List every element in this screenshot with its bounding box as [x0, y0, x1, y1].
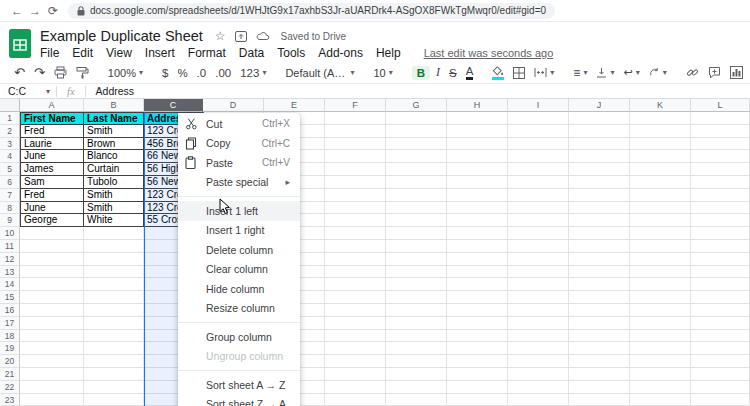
cell-L7[interactable]: [691, 189, 750, 202]
row-header-8[interactable]: 8: [0, 202, 20, 215]
cell-B13[interactable]: [84, 266, 144, 279]
merge-cells-button[interactable]: ▾: [534, 67, 554, 78]
cell-B3[interactable]: Brown: [84, 138, 144, 151]
cell-L11[interactable]: [691, 240, 750, 253]
cell-K13[interactable]: [630, 266, 691, 279]
cell-A20[interactable]: [20, 355, 84, 368]
cell-H10[interactable]: [447, 227, 508, 240]
cell-J21[interactable]: [569, 368, 630, 381]
undo-icon[interactable]: ↶: [14, 65, 25, 80]
cell-G4[interactable]: [386, 150, 447, 163]
cell-K23[interactable]: [630, 394, 691, 406]
cell-H8[interactable]: [447, 202, 508, 215]
increase-decimal-button[interactable]: .00: [215, 67, 231, 79]
cell-H2[interactable]: [447, 125, 508, 138]
select-all-corner[interactable]: [0, 99, 20, 112]
cell-K2[interactable]: [630, 125, 691, 138]
cell-J18[interactable]: [569, 330, 630, 343]
cell-I9[interactable]: [508, 214, 569, 227]
cell-F5[interactable]: [325, 163, 386, 176]
row-header-22[interactable]: 22: [0, 381, 20, 394]
document-title[interactable]: Example Duplicate Sheet: [40, 28, 203, 44]
cell-B14[interactable]: [84, 278, 144, 291]
cell-A5[interactable]: James: [20, 163, 84, 176]
menu-edit[interactable]: Edit: [72, 46, 93, 60]
cell-B23[interactable]: [84, 394, 144, 406]
cell-F16[interactable]: [325, 304, 386, 317]
row-header-9[interactable]: 9: [0, 214, 20, 227]
cell-I15[interactable]: [508, 291, 569, 304]
cell-J2[interactable]: [569, 125, 630, 138]
menu-help[interactable]: Help: [376, 46, 401, 60]
column-header-C[interactable]: C: [144, 99, 203, 112]
column-header-B[interactable]: B: [84, 99, 144, 112]
cell-A1[interactable]: First Name: [20, 112, 84, 125]
context-item-paste-special[interactable]: Paste special▸: [178, 173, 300, 193]
cell-G18[interactable]: [386, 330, 447, 343]
cell-H14[interactable]: [447, 278, 508, 291]
cell-B12[interactable]: [84, 253, 144, 266]
cell-G15[interactable]: [386, 291, 447, 304]
cell-K15[interactable]: [630, 291, 691, 304]
cell-L14[interactable]: [691, 278, 750, 291]
zoom-select[interactable]: 100%▾: [108, 67, 143, 79]
cell-J3[interactable]: [569, 138, 630, 151]
cell-G14[interactable]: [386, 278, 447, 291]
fill-color-button[interactable]: [492, 66, 504, 80]
cell-H9[interactable]: [447, 214, 508, 227]
cell-H13[interactable]: [447, 266, 508, 279]
cell-J8[interactable]: [569, 202, 630, 215]
cell-H5[interactable]: [447, 163, 508, 176]
cell-G22[interactable]: [386, 381, 447, 394]
row-header-3[interactable]: 3: [0, 138, 20, 151]
column-header-L[interactable]: L: [691, 99, 750, 112]
context-item-insert-left[interactable]: Insert 1 left: [178, 201, 300, 221]
cell-L6[interactable]: [691, 176, 750, 189]
cell-A6[interactable]: Sam: [20, 176, 84, 189]
cell-K14[interactable]: [630, 278, 691, 291]
context-item-sort-az[interactable]: Sort sheet A → Z: [178, 375, 300, 395]
cell-B20[interactable]: [84, 355, 144, 368]
cell-H4[interactable]: [447, 150, 508, 163]
redo-icon[interactable]: ↷: [34, 65, 45, 80]
text-rotation-button[interactable]: ▾: [649, 67, 667, 78]
cell-J14[interactable]: [569, 278, 630, 291]
cell-G6[interactable]: [386, 176, 447, 189]
cell-J6[interactable]: [569, 176, 630, 189]
cell-A15[interactable]: [20, 291, 84, 304]
italic-button[interactable]: I: [436, 65, 440, 80]
cell-L23[interactable]: [691, 394, 750, 406]
cell-K19[interactable]: [630, 342, 691, 355]
row-header-1[interactable]: 1: [0, 112, 20, 125]
cell-K22[interactable]: [630, 381, 691, 394]
cell-B7[interactable]: Smith: [84, 189, 144, 202]
cell-I12[interactable]: [508, 253, 569, 266]
cell-G1[interactable]: [386, 112, 447, 125]
cell-F3[interactable]: [325, 138, 386, 151]
menu-data[interactable]: Data: [239, 46, 264, 60]
cell-I4[interactable]: [508, 150, 569, 163]
cell-B18[interactable]: [84, 330, 144, 343]
cell-J9[interactable]: [569, 214, 630, 227]
column-header-A[interactable]: A: [20, 99, 84, 112]
cell-F2[interactable]: [325, 125, 386, 138]
cell-F8[interactable]: [325, 202, 386, 215]
row-header-14[interactable]: 14: [0, 278, 20, 291]
cell-L13[interactable]: [691, 266, 750, 279]
cell-J1[interactable]: [569, 112, 630, 125]
cell-L1[interactable]: [691, 112, 750, 125]
cell-A8[interactable]: June: [20, 202, 84, 215]
row-header-11[interactable]: 11: [0, 240, 20, 253]
cell-B15[interactable]: [84, 291, 144, 304]
cell-B9[interactable]: White: [84, 214, 144, 227]
cell-G8[interactable]: [386, 202, 447, 215]
cell-G5[interactable]: [386, 163, 447, 176]
borders-icon[interactable]: [513, 67, 525, 79]
cell-B10[interactable]: [84, 227, 144, 240]
cell-F15[interactable]: [325, 291, 386, 304]
sheets-logo-icon[interactable]: [9, 29, 31, 58]
cell-J22[interactable]: [569, 381, 630, 394]
cell-F14[interactable]: [325, 278, 386, 291]
row-header-2[interactable]: 2: [0, 125, 20, 138]
cell-I1[interactable]: [508, 112, 569, 125]
